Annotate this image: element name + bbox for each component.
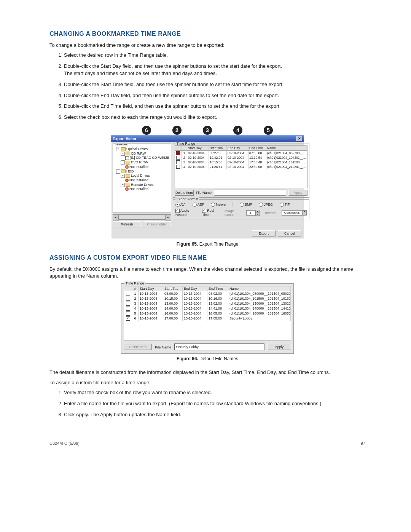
tree-cdrw[interactable]: CD R/RW	[131, 152, 146, 155]
horiz-scrollbar[interactable]: ◂ ▸	[113, 214, 171, 220]
table-row[interactable]: 610-13-200417:00:0010-13-200417:05:00Sec…	[124, 316, 291, 321]
col66-end-time[interactable]: End Time	[207, 286, 228, 291]
dialog-title: Export Video	[113, 137, 136, 141]
radio-native[interactable]: Native	[211, 203, 226, 207]
step-3: Double-click the Start Time field, and t…	[64, 81, 365, 88]
table-row[interactable]: 410-13-200414:00:0010-13-200414:41:06(ch…	[124, 306, 291, 311]
export-format-fieldset: Export Format AVI ASF Native BMP JPEG TI…	[173, 199, 309, 219]
delete-item-button-66[interactable]: Delete Item	[124, 344, 152, 350]
radio-jpeg[interactable]: JPEG	[259, 203, 273, 207]
image-count-spinner[interactable]: 1 ▴▾	[246, 210, 260, 216]
step-4: Double-click the End Day field, and then…	[64, 92, 365, 99]
device-tree[interactable]: −Optical Drives −CD R/RW [E:] CD-TEAC CD…	[115, 145, 169, 192]
col66-name[interactable]: Name	[228, 286, 291, 291]
col-end-day[interactable]: End Day	[227, 146, 249, 150]
time-range-legend: Time Range	[175, 142, 196, 145]
filename-input[interactable]	[214, 190, 286, 196]
table-row[interactable]: 202-10-200410:42:0102-10-200413:19:54(ch…	[175, 155, 307, 160]
time-range-table-66[interactable]: # Start Day Start Ti... End Day End Time…	[124, 286, 291, 340]
callout-5: 5	[264, 126, 273, 135]
refresh-button[interactable]: Refresh	[113, 221, 141, 227]
filename-label-66: File Name	[155, 345, 171, 349]
footer-page-number: 97	[361, 441, 365, 446]
apply-button-66[interactable]: Apply	[268, 344, 291, 350]
export-button[interactable]: Export	[252, 230, 276, 236]
row-checkbox[interactable]	[126, 316, 130, 321]
step-2b: The start days and times cannot be set l…	[64, 70, 217, 76]
col-name[interactable]: Name	[266, 146, 307, 150]
delete-item-button[interactable]: Delete Item	[175, 190, 194, 196]
row-checkbox[interactable]	[176, 156, 180, 160]
s3-step2: Enter a file name for the file you want …	[64, 400, 365, 407]
callout-2: 2	[172, 126, 182, 135]
s3-step3: Click Apply. The Apply button updates th…	[64, 411, 365, 419]
filename-label: File Name	[196, 191, 212, 195]
section2-para: By default, the DX8000 assigns a file na…	[49, 266, 365, 280]
tree-remote[interactable]: Remote Drives	[131, 183, 154, 187]
dialog-titlebar[interactable]: Export Video ✕	[111, 135, 304, 142]
row-checkbox[interactable]	[126, 292, 130, 296]
table-row[interactable]: 402-10-200421:28:4102-10-200422:39:00(ch…	[175, 165, 307, 169]
scroll-track[interactable]	[119, 214, 165, 220]
time-range-fieldset: Time Range Start Day Start Tim... End Da…	[173, 144, 309, 198]
table-row[interactable]: 110-13-200408:00:0010-13-200408:02:00(ch…	[124, 291, 291, 296]
time-range-table[interactable]: Start Day Start Tim... End Day End Time …	[175, 145, 307, 188]
col-start-time[interactable]: Start Tim...	[209, 146, 227, 150]
radio-asf[interactable]: ASF	[193, 203, 204, 207]
real-time-checkbox[interactable]: Real Time	[202, 209, 219, 217]
section3-para1: The default filename is constructed from…	[49, 369, 365, 376]
interval-select[interactable]: Continuous ▾	[282, 210, 307, 216]
tree-optical[interactable]: Optical Drives	[126, 147, 148, 151]
table-row[interactable]: 510-13-200416:00:0010-13-200416:05:00(ch…	[124, 311, 291, 316]
radio-tif[interactable]: TIF	[280, 203, 290, 207]
tree-not-installed-2: Not Installed	[129, 178, 148, 182]
row-checkbox[interactable]	[126, 312, 130, 316]
figure-65-caption: Figure 65. Export Time Range	[49, 241, 365, 247]
row-checkbox[interactable]	[126, 297, 130, 301]
tree-not-installed-3: Not Installed	[129, 187, 148, 191]
close-icon[interactable]: ✕	[296, 136, 302, 141]
row-checkbox[interactable]	[176, 151, 180, 155]
callout-row: 6 2 3 4 5	[49, 126, 365, 135]
filename-input-66[interactable]: Security Lobby	[174, 343, 264, 350]
intro-text: To change a bookmarked time range or cre…	[49, 42, 365, 49]
tree-hdd[interactable]: HDD	[126, 169, 134, 173]
radio-bmp[interactable]: BMP	[240, 203, 252, 207]
heading-assigning-name: ASSIGNING A CUSTOM EXPORT VIDEO FILE NAM…	[49, 254, 365, 261]
table-row[interactable]: 310-13-200413:00:0010-13-200413:02:00(ch…	[124, 301, 291, 306]
row-checkbox[interactable]	[126, 302, 130, 306]
tree-teac[interactable]: [E:] CD-TEAC CD-W552E	[130, 156, 169, 160]
tree-local[interactable]: Local Drives	[131, 174, 150, 177]
row-checkbox[interactable]	[126, 307, 130, 311]
table-row[interactable]: 102-10-200405:27:0002-10-200407:06:00(ch…	[175, 151, 307, 155]
radio-avi[interactable]: AVI	[175, 203, 186, 207]
callout-4: 4	[233, 126, 242, 135]
step-2: Double-click the Start Day field, and th…	[64, 63, 365, 77]
col66-start-day[interactable]: Start Day	[139, 286, 163, 291]
step-2a: Double-click the Start Day field, and th…	[64, 63, 282, 69]
row-checkbox[interactable]	[176, 165, 180, 169]
create-folder-button[interactable]: Create folder	[143, 221, 171, 227]
callout-6: 6	[142, 126, 151, 135]
col66-hash[interactable]: #	[132, 286, 139, 291]
tree-dvdrw[interactable]: DVD R/RW	[131, 160, 148, 164]
col-end-time[interactable]: End Time	[249, 146, 266, 150]
row-checkbox[interactable]	[176, 160, 180, 164]
device-fieldset: Device −Optical Drives −CD R/RW [E:] CD-…	[113, 144, 171, 213]
steps-list-1: Select the desired row in the Time Range…	[49, 52, 365, 121]
audio-record-checkbox[interactable]: Audio Record	[175, 209, 197, 217]
page-footer: C624M-C (5/06) 97	[49, 441, 365, 446]
device-legend: Device	[115, 144, 128, 145]
table-row[interactable]: 210-13-200410:15:0010-13-200410:16:00(ch…	[124, 296, 291, 301]
step-5: Double-click the End Time field, and the…	[64, 103, 365, 110]
col66-end-day[interactable]: End Day	[183, 286, 207, 291]
s3-step1: Verify that the check box of the row you…	[64, 389, 365, 396]
image-count-label: Image Count	[225, 209, 241, 217]
scroll-left-icon[interactable]: ◂	[113, 214, 119, 220]
apply-button[interactable]: Apply	[288, 190, 307, 196]
cancel-button[interactable]: Cancel	[278, 230, 301, 236]
col66-start-time[interactable]: Start Ti...	[163, 286, 183, 291]
col-start-day[interactable]: Start Day	[187, 146, 209, 150]
table-row[interactable]: 302-10-200416:15:0002-10-200417:36:48(ch…	[175, 160, 307, 165]
scroll-right-icon[interactable]: ▸	[165, 214, 171, 220]
